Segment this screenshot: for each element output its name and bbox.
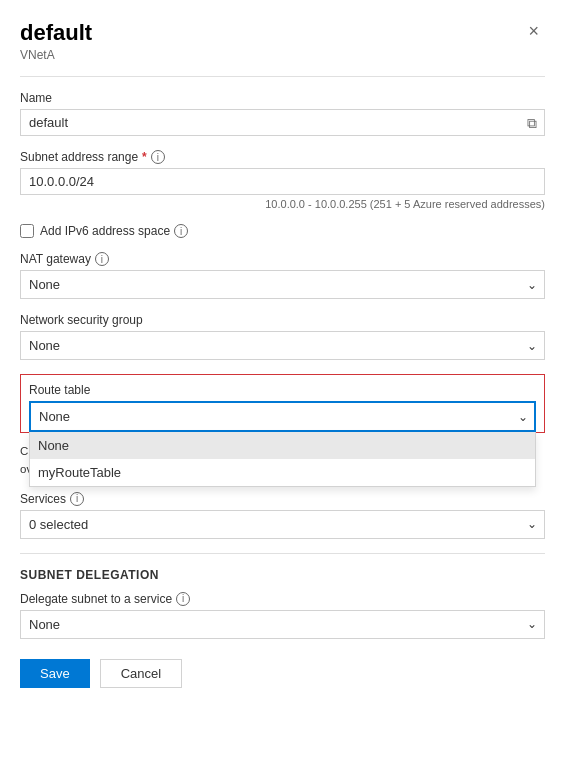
delegate-label: Delegate subnet to a service i [20,592,545,606]
subnet-delegation-section: SUBNET DELEGATION Delegate subnet to a s… [20,568,545,639]
delegate-field-group: Delegate subnet to a service i None ⌄ [20,592,545,639]
save-button[interactable]: Save [20,659,90,688]
nsg-dropdown-wrapper: None ⌄ [20,331,545,360]
route-table-dropdown-wrapper: None ⌄ [29,401,536,432]
name-input[interactable] [20,109,545,136]
ipv6-info-icon[interactable]: i [174,224,188,238]
nat-gateway-label: NAT gateway i [20,252,545,266]
panel-header: default VNetA × [20,20,545,62]
name-field-group: Name ⧉ [20,91,545,136]
services-field-group: Services i 0 selected ⌄ [20,492,545,539]
copy-icon[interactable]: ⧉ [527,114,537,131]
panel-title-section: default VNetA [20,20,92,62]
route-table-option-none[interactable]: None [30,432,535,459]
panel-title: default [20,20,92,46]
nat-gateway-field-group: NAT gateway i None ⌄ [20,252,545,299]
subnet-address-range-label: Subnet address range * i [20,150,545,164]
nsg-dropdown[interactable]: None [20,331,545,360]
services-dropdown[interactable]: 0 selected [20,510,545,539]
ipv6-checkbox-label[interactable]: Add IPv6 address space i [40,224,188,238]
footer-buttons: Save Cancel [20,659,545,688]
subnet-address-range-input[interactable] [20,168,545,195]
subnet-address-range-field-group: Subnet address range * i 10.0.0.0 - 10.0… [20,150,545,210]
ipv6-checkbox[interactable] [20,224,34,238]
required-indicator: * [142,150,147,164]
route-table-dropdown-list: None myRouteTable [29,432,536,487]
nat-gateway-dropdown[interactable]: None [20,270,545,299]
nat-gateway-dropdown-wrapper: None ⌄ [20,270,545,299]
delegate-dropdown[interactable]: None [20,610,545,639]
nat-info-icon[interactable]: i [95,252,109,266]
name-label: Name [20,91,545,105]
services-dropdown-wrapper: 0 selected ⌄ [20,510,545,539]
nsg-field-group: Network security group None ⌄ [20,313,545,360]
subnet-delegation-heading: SUBNET DELEGATION [20,568,545,582]
delegate-info-icon[interactable]: i [176,592,190,606]
route-table-section: Route table None ⌄ None myRouteTable [20,374,545,433]
panel-subtitle: VNetA [20,48,92,62]
subnet-info-icon[interactable]: i [151,150,165,164]
panel: default VNetA × Name ⧉ Subnet address ra… [0,0,565,781]
services-info-icon[interactable]: i [70,492,84,506]
header-divider [20,76,545,77]
route-table-dropdown-container: None ⌄ None myRouteTable [29,401,536,432]
close-button[interactable]: × [522,20,545,42]
route-table-dropdown[interactable]: None [29,401,536,432]
delegate-dropdown-wrapper: None ⌄ [20,610,545,639]
route-table-option-myroutetable[interactable]: myRouteTable [30,459,535,486]
route-table-label: Route table [29,383,536,397]
nsg-label: Network security group [20,313,545,327]
services-label: Services i [20,492,545,506]
name-input-wrapper: ⧉ [20,109,545,136]
address-hint: 10.0.0.0 - 10.0.0.255 (251 + 5 Azure res… [20,198,545,210]
section-divider [20,553,545,554]
cancel-button[interactable]: Cancel [100,659,182,688]
ipv6-checkbox-row: Add IPv6 address space i [20,224,545,238]
